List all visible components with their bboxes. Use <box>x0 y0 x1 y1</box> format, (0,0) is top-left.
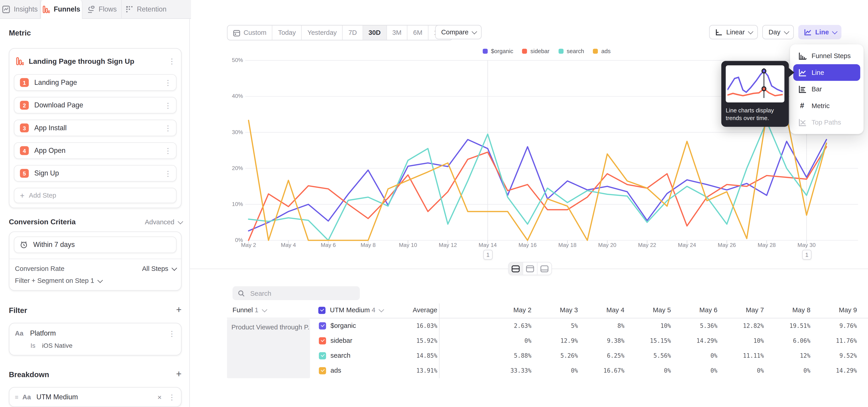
kebab-menu-icon[interactable]: ⋮ <box>164 79 172 86</box>
range-30D[interactable]: 30D <box>363 26 387 40</box>
funnel-column-dropdown[interactable]: Funnel 1 <box>232 306 266 314</box>
filter-operator[interactable]: Is <box>31 342 35 349</box>
value-cell: 16.67% <box>859 367 868 374</box>
step-label: App Open <box>34 147 164 154</box>
scale-dropdown[interactable]: Linear <box>709 25 758 39</box>
breakdown-card[interactable]: ≡ Aa UTM Medium × ⋮ <box>9 387 182 407</box>
drag-handle-icon[interactable]: ≡ <box>15 394 19 400</box>
remove-breakdown-icon[interactable]: × <box>158 393 162 401</box>
split-view-toggle[interactable] <box>509 262 523 275</box>
range-Custom[interactable]: Custom <box>228 26 273 40</box>
table-only-toggle[interactable] <box>537 262 551 275</box>
filter-section-header: Filter + <box>9 305 182 316</box>
y-tick: 10% <box>217 201 243 207</box>
add-breakdown-button[interactable]: + <box>176 369 182 380</box>
date-column-header[interactable]: May 6 <box>673 306 717 314</box>
tab-flows[interactable]: Flows <box>83 0 122 18</box>
y-tick: 50% <box>217 57 243 63</box>
tab-insights[interactable]: Insights <box>0 0 40 18</box>
tab-funnels[interactable]: Funnels <box>40 0 83 19</box>
bar-chart-icon <box>798 85 807 93</box>
filter-segment-dropdown[interactable]: Filter + Segment on Step 1 <box>15 277 101 284</box>
range-3M[interactable]: 3M <box>387 26 408 40</box>
legend-item-ads[interactable]: ads <box>593 48 611 54</box>
row-checkbox-search[interactable] <box>319 352 326 359</box>
funnels-icon <box>43 5 50 13</box>
chart-type-dropdown[interactable]: Line <box>798 25 842 39</box>
annotation-badge[interactable]: 1 <box>802 250 812 259</box>
chevron-down-icon <box>472 29 477 34</box>
utm-medium-checkbox[interactable] <box>318 307 326 314</box>
kebab-menu-icon[interactable]: ⋮ <box>164 124 172 132</box>
value-cell: 33.33% <box>487 367 531 374</box>
menu-item-metric[interactable]: # Metric <box>793 97 860 114</box>
row-checkbox-sidebar[interactable] <box>319 337 326 344</box>
step-label: App Install <box>34 124 164 132</box>
legend-item-$organic[interactable]: $organic <box>483 48 513 54</box>
date-column-header[interactable]: May 8 <box>766 306 810 314</box>
x-tick: May 4 <box>272 242 305 248</box>
legend-item-sidebar[interactable]: sidebar <box>522 48 550 54</box>
date-column-header[interactable]: May 3 <box>534 306 578 314</box>
y-tick: 30% <box>217 129 243 135</box>
range-6M[interactable]: 6M <box>408 26 428 40</box>
kebab-menu-icon[interactable]: ⋮ <box>164 170 172 177</box>
date-column-header[interactable]: May 4 <box>580 306 625 314</box>
legend-item-search[interactable]: search <box>558 48 584 54</box>
breakdown-title: Breakdown <box>9 370 49 378</box>
date-column-header[interactable]: May 5 <box>627 306 671 314</box>
filter-value[interactable]: iOS Native <box>42 342 72 349</box>
x-tick: May 16 <box>511 242 544 248</box>
advanced-dropdown[interactable]: Advanced <box>145 218 182 226</box>
add-step-button[interactable]: + Add Step <box>14 188 177 203</box>
menu-item-top-paths[interactable]: Top Paths <box>793 114 860 130</box>
step-number-badge: 5 <box>20 169 29 178</box>
kebab-menu-icon[interactable]: ⋮ <box>168 57 176 64</box>
date-column-header[interactable]: May 7 <box>720 306 764 314</box>
kebab-menu-icon[interactable]: ⋮ <box>164 101 172 109</box>
row-checkbox-ads[interactable] <box>319 367 326 374</box>
kebab-menu-icon[interactable]: ⋮ <box>168 394 176 401</box>
range-Yesterday[interactable]: Yesterday <box>302 26 343 40</box>
granularity-dropdown[interactable]: Day <box>763 25 794 39</box>
add-filter-button[interactable]: + <box>176 305 182 316</box>
query-builder-sidebar: Metric Landing Page through Sign Up ⋮ 1 … <box>0 18 190 407</box>
value-cell: 12.9% <box>534 337 578 344</box>
conversion-criteria-card: Within 7 days Conversion Rate All Steps … <box>9 231 182 291</box>
funnel-step-3[interactable]: 3 App Install ⋮ <box>14 120 177 136</box>
tab-retention[interactable]: Retention <box>122 0 170 18</box>
average-column-header[interactable]: Average <box>393 306 437 314</box>
kebab-menu-icon[interactable]: ⋮ <box>164 147 172 154</box>
date-column-header[interactable]: May 10 <box>859 306 868 314</box>
kebab-menu-icon[interactable]: ⋮ <box>168 330 176 337</box>
menu-item-line[interactable]: Line <box>793 64 860 81</box>
date-column-header[interactable]: May 2 <box>487 306 531 314</box>
date-range-segmented-control: CustomTodayYesterday7D30D3M6M12M <box>227 25 453 40</box>
menu-item-bar[interactable]: Bar <box>793 81 860 97</box>
menu-item-funnel-steps[interactable]: Funnel Steps <box>793 48 860 64</box>
annotation-badge[interactable]: 1 <box>483 250 493 259</box>
range-Today[interactable]: Today <box>273 26 302 40</box>
date-column-header[interactable]: May 9 <box>813 306 857 314</box>
conversion-window-row[interactable]: Within 7 days <box>14 237 177 253</box>
series-line-ads[interactable] <box>249 115 827 240</box>
funnel-name-cell[interactable]: Product Viewed through P... <box>227 319 310 378</box>
layout-toggle-group <box>508 262 552 275</box>
tooltip-mini-chart <box>726 65 784 102</box>
table-search[interactable] <box>232 286 360 300</box>
funnel-step-1[interactable]: 1 Landing Page ⋮ <box>14 74 177 91</box>
funnel-name[interactable]: Landing Page through Sign Up <box>29 57 168 65</box>
search-input[interactable] <box>249 289 345 298</box>
chevron-down-icon <box>832 29 838 34</box>
breakdown-section-header: Breakdown + <box>9 369 182 380</box>
all-steps-dropdown[interactable]: All Steps <box>142 265 176 273</box>
funnel-step-5[interactable]: 5 Sign Up ⋮ <box>14 165 177 182</box>
funnel-step-2[interactable]: 2 Download Page ⋮ <box>14 97 177 114</box>
breakdown-column-dropdown[interactable]: UTM Medium 4 <box>330 306 383 314</box>
funnel-step-4[interactable]: 4 App Open ⋮ <box>14 142 177 159</box>
chart-only-toggle[interactable] <box>523 262 537 275</box>
compare-button[interactable]: Compare <box>435 25 482 39</box>
range-7D[interactable]: 7D <box>343 26 363 40</box>
filter-card[interactable]: Aa Platform ⋮ Is iOS Native <box>9 323 182 355</box>
row-checkbox-$organic[interactable] <box>319 322 326 330</box>
